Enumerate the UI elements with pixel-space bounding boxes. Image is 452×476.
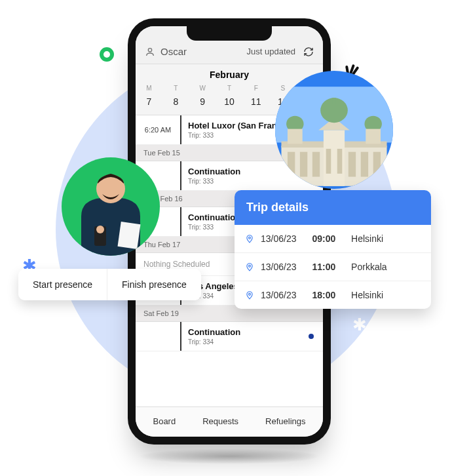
day-cell[interactable]: 8 (162, 94, 189, 109)
svg-rect-9 (300, 152, 307, 177)
phone-notch (187, 26, 272, 41)
day-cell[interactable]: 7 (136, 94, 162, 109)
svg-rect-12 (361, 152, 368, 177)
entry-title: Continuation (188, 327, 316, 337)
svg-point-24 (249, 265, 251, 267)
svg-point-23 (249, 237, 251, 239)
finish-presence-button[interactable]: Finish presence (107, 269, 201, 300)
svg-rect-2 (118, 222, 141, 249)
trip-stop[interactable]: 13/06/23 09:00 Helsinki (235, 225, 431, 253)
trip-time: 11:00 (312, 262, 335, 272)
entry-time (136, 322, 181, 351)
trip-details-title: Trip details (235, 190, 431, 225)
svg-rect-10 (312, 152, 320, 177)
dow: T (216, 83, 243, 94)
nav-requests[interactable]: Requests (202, 416, 238, 426)
user-label[interactable]: Oscar (145, 46, 187, 57)
trip-date: 13/06/23 (261, 290, 297, 300)
user-icon (145, 47, 155, 57)
trip-time: 09:00 (312, 233, 335, 244)
svg-rect-15 (326, 149, 331, 174)
day-cell[interactable]: 11 (242, 94, 269, 109)
bottom-nav: Board Requests Refuelings (136, 407, 323, 437)
dow: T (162, 83, 189, 94)
decoration-green-ring (100, 47, 114, 62)
presence-card: Start presence Finish presence (18, 269, 201, 300)
dow: F (242, 83, 269, 94)
pin-icon (245, 261, 254, 273)
svg-rect-11 (348, 152, 356, 177)
day-cell[interactable]: 10 (216, 94, 243, 109)
username: Oscar (160, 46, 187, 57)
pin-icon (245, 233, 254, 245)
trip-time: 18:00 (312, 290, 335, 300)
decoration-star-white: ✱ (352, 315, 367, 335)
trip-details-card: Trip details 13/06/23 09:00 Helsinki 13/… (235, 190, 431, 309)
start-presence-button[interactable]: Start presence (18, 269, 107, 300)
svg-point-0 (148, 48, 151, 51)
trip-date: 13/06/23 (261, 262, 297, 272)
dow: W (189, 83, 216, 94)
trip-city: Porkkala (351, 262, 386, 272)
trip-city: Helsinki (351, 290, 383, 300)
entry-time: 6:20 AM (136, 115, 181, 144)
nav-refuelings[interactable]: Refuelings (265, 416, 305, 426)
svg-point-4 (96, 226, 104, 233)
trip-stop[interactable]: 13/06/23 11:00 Porkkala (235, 253, 431, 281)
dow: M (136, 83, 162, 94)
nav-board[interactable]: Board (153, 416, 176, 426)
entry-sub: Trip: 334 (188, 338, 316, 346)
month-label: February (136, 64, 323, 83)
trip-date: 13/06/23 (261, 233, 297, 244)
svg-rect-16 (337, 149, 343, 174)
avatar-building (275, 71, 393, 189)
svg-rect-22 (366, 129, 381, 144)
entry-sub: Trip: 333 (188, 178, 316, 185)
avatar-person (62, 157, 160, 256)
phone-shadow (138, 448, 321, 464)
svg-rect-18 (332, 98, 336, 104)
day-cell[interactable]: 9 (189, 94, 216, 109)
svg-rect-20 (288, 129, 303, 144)
sync-status: Just updated (247, 47, 295, 56)
pin-icon (245, 289, 254, 301)
trip-city: Helsinki (351, 233, 383, 244)
person-illustration (68, 164, 153, 256)
svg-point-25 (249, 293, 251, 295)
status-dot (309, 334, 314, 339)
trip-stop[interactable]: 13/06/23 18:00 Helsinki (235, 281, 431, 309)
refresh-icon[interactable] (303, 47, 314, 57)
schedule-entry[interactable]: Continuation Trip: 334 (136, 322, 323, 351)
